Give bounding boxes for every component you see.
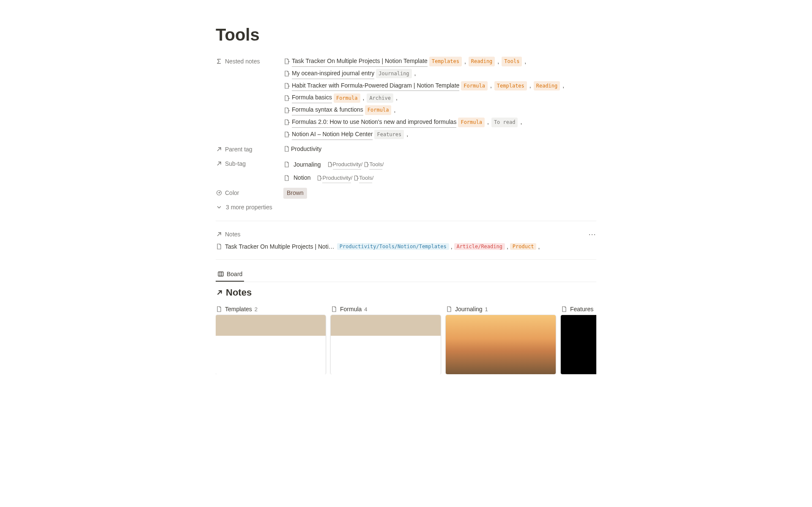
tag-pill: Journaling [376, 69, 411, 78]
breadcrumb-item[interactable]: Productivity/ [316, 173, 352, 183]
prop-label-color: Color [216, 188, 283, 196]
arrow-up-right-icon [216, 289, 223, 296]
subtag-row[interactable]: JournalingProductivity/ Tools/ [283, 159, 596, 171]
tag-pill: Reading [469, 57, 495, 66]
nested-note-item[interactable]: My ocean-inspired journal entry Journali… [283, 69, 596, 79]
nested-note-link[interactable]: Formula basics [292, 93, 332, 103]
column-name: Journaling [455, 306, 483, 312]
svg-point-0 [217, 191, 222, 195]
nested-note-item[interactable]: Formulas 2.0: How to use Notion's new an… [283, 117, 596, 128]
nested-note-link[interactable]: Notion AI – Notion Help Center [292, 129, 373, 140]
column-name: Formula [340, 306, 362, 312]
subtag-row[interactable]: NotionProductivity/ Tools/ [283, 172, 596, 184]
tag-pill: Templates [429, 57, 462, 66]
notes-relation-label: Notes [225, 231, 241, 238]
column-name: Templates [225, 306, 252, 312]
arrow-up-right-icon [216, 146, 222, 153]
notes-db-title[interactable]: Notes [216, 287, 596, 298]
nested-note-item[interactable]: Formula syntax & functions Formula , [283, 105, 596, 115]
column-header[interactable]: Formula4 [331, 303, 441, 315]
color-chip-brown: Brown [283, 188, 307, 199]
page-link-icon [283, 95, 290, 101]
parent-tag-value[interactable]: Productivity [283, 144, 596, 154]
nested-note-item[interactable]: Formula basics Formula , Archive , [283, 93, 596, 103]
nested-note-link[interactable]: Formulas 2.0: How to use Notion's new an… [292, 117, 456, 128]
column-count: 4 [364, 306, 367, 312]
svg-rect-1 [218, 272, 223, 276]
prop-label-nested: Nested notes [216, 56, 283, 65]
column-count: 2 [255, 306, 258, 312]
subtag-name: Notion [294, 173, 310, 183]
tag-pill: Reading [534, 81, 560, 90]
nested-note-link[interactable]: Task Tracker On Multiple Projects | Noti… [292, 56, 428, 67]
prop-color: Color Brown [216, 186, 596, 200]
more-properties-toggle[interactable]: 3 more properties [216, 200, 596, 214]
page-link-icon [316, 175, 322, 181]
divider [216, 221, 596, 221]
page-icon [331, 306, 337, 312]
subtag-name: Journaling [294, 160, 321, 170]
page-icon [283, 161, 290, 168]
notes-relation-row[interactable]: Task Tracker On Multiple Projects | Noti… [216, 241, 596, 252]
page-link-icon [283, 58, 290, 65]
notes-relation-header: Notes ⋯ [216, 228, 596, 241]
tag-pill: Formula [365, 105, 392, 115]
breadcrumb-item[interactable]: Tools/ [353, 173, 373, 183]
page-link-icon [363, 162, 369, 167]
note-row-tags: Productivity/Tools/Notion/Templates , Ar… [337, 243, 541, 250]
page-icon [561, 306, 568, 312]
page-title: Tools [216, 25, 596, 44]
column-count: 1 [485, 306, 488, 312]
board-column: Templates2 [216, 303, 326, 374]
tag-pill: To read [491, 118, 518, 127]
divider [216, 259, 596, 260]
nested-note-link[interactable]: Habit Tracker with Formula-Powered Diagr… [292, 81, 459, 91]
tag-pill: Productivity/Tools/Notion/Templates [337, 243, 449, 250]
tab-board[interactable]: Board [216, 267, 244, 282]
board-card[interactable] [561, 315, 596, 374]
page-link-icon [283, 70, 290, 77]
nested-note-item[interactable]: Habit Tracker with Formula-Powered Diagr… [283, 81, 596, 91]
board-card[interactable] [446, 315, 556, 374]
page-link-icon [283, 131, 290, 138]
color-value[interactable]: Brown [283, 188, 596, 199]
column-name: Features [570, 306, 593, 312]
board-card[interactable] [216, 315, 326, 374]
board-column: Features1 [561, 303, 596, 374]
nested-note-item[interactable]: Task Tracker On Multiple Projects | Noti… [283, 56, 596, 67]
nested-note-item[interactable]: Notion AI – Notion Help Center Features … [283, 129, 596, 140]
sub-tag-value: JournalingProductivity/ Tools/NotionProd… [283, 159, 596, 185]
page-link-icon [283, 82, 290, 89]
tag-pill: Tools [502, 57, 522, 66]
column-header[interactable]: Templates2 [216, 303, 326, 315]
more-options-button[interactable]: ⋯ [588, 230, 596, 239]
tag-pill: Archive [367, 93, 393, 103]
breadcrumb-item[interactable]: Productivity/ [327, 160, 363, 170]
page-link-icon [283, 119, 290, 126]
page-icon [216, 243, 222, 250]
tag-pill: Formula [458, 118, 485, 127]
column-header[interactable]: Features1 [561, 303, 596, 315]
page-icon [446, 306, 453, 312]
arrow-up-right-icon [216, 160, 222, 167]
page-link-icon [283, 107, 290, 114]
nested-note-link[interactable]: Formula syntax & functions [292, 105, 363, 115]
tag-pill: Product [510, 243, 537, 250]
nested-notes-value: Task Tracker On Multiple Projects | Noti… [283, 56, 596, 141]
breadcrumb-item[interactable]: Tools/ [363, 160, 384, 170]
note-row-title: Task Tracker On Multiple Projects | Noti… [225, 243, 335, 250]
page-link-icon [327, 162, 333, 167]
prop-parent-tag: Parent tag Productivity [216, 143, 596, 157]
prop-nested-notes: Nested notes Task Tracker On Multiple Pr… [216, 55, 596, 143]
board-icon [217, 271, 224, 277]
select-icon [216, 189, 222, 196]
chevron-down-icon [216, 204, 222, 211]
board-card[interactable] [331, 315, 441, 374]
nested-note-link[interactable]: My ocean-inspired journal entry [292, 69, 374, 79]
tag-pill: Features [374, 130, 404, 139]
column-header[interactable]: Journaling1 [446, 303, 556, 315]
prop-sub-tag: Sub-tag JournalingProductivity/ Tools/No… [216, 157, 596, 186]
board-columns: Templates2Formula4Journaling1Features1 [216, 303, 596, 374]
tag-pill: Templates [494, 81, 527, 90]
page-link-icon [353, 175, 359, 181]
